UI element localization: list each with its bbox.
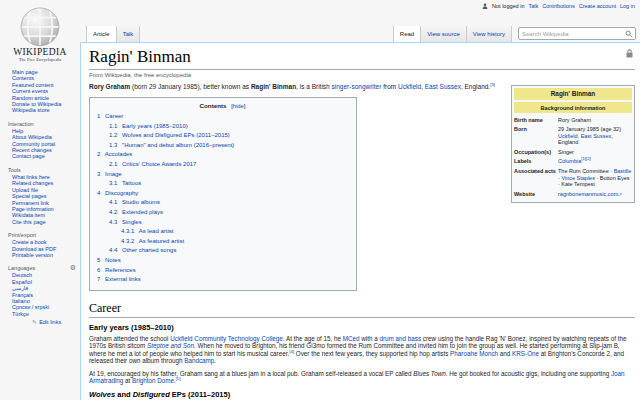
toc-entry-number: 4 [97,190,100,196]
toc-entry[interactable]: 4.3.2 As featured artist [121,237,348,247]
sidebar-section-items: Main pageContentsFeatured contentCurrent… [8,69,76,114]
inline-link[interactable]: Bastille [614,168,632,174]
infobox-row: Born 29 January 1985 (age 32) Uckfield, … [514,125,632,148]
infobox: Ragin' Binman Background information Bir… [511,85,635,203]
toc-entry[interactable]: 3.1 Tattoos [109,179,348,189]
inline-link[interactable]: Uckfield [398,83,421,90]
toc-entry[interactable]: 5 Notes [97,256,348,266]
content-header: Not logged inTalkContributionsCreate acc… [80,0,640,42]
page-tab[interactable]: Talk [116,26,141,42]
toc-entry[interactable]: 7 External links [97,275,348,285]
toc-entry[interactable]: 4.1 Studio albums [109,198,348,208]
wikipedia-globe-icon [19,5,61,47]
site-subtitle: From Wikipedia, the free encyclopedia [89,72,635,78]
inline-link[interactable]: Vince Staples [561,175,595,181]
toc-entry[interactable]: 4 Discography [97,189,348,199]
toc-entry[interactable]: 4.2 Extended plays [109,208,348,218]
infobox-title: Ragin' Binman [514,88,632,100]
toc-entry-number: 5 [97,257,100,263]
toc-entry[interactable]: 1.1 Early years (1985–2010) [109,122,348,132]
inline-link[interactable]: Pharoahe Monch [450,350,498,357]
infobox-row-value: The Rum Committee · Bastille · Vince Sta… [558,168,632,188]
inline-link[interactable]: Uckfield Community Technology College [170,335,283,342]
toc-entry[interactable]: 6 References [97,266,348,276]
toc-entry[interactable]: 4.4 Other charted songs [109,246,348,256]
page-tabs: ArticleTalk [86,26,140,42]
inline-link[interactable]: ragnbonemanmusic.com [558,191,618,197]
page-title: Ragin' Binman [89,47,635,70]
toc-entry[interactable]: 1.2 Wolves and Disfigured EPs (2011–2015… [109,131,348,141]
toc-entry[interactable]: 2.1 Critics' Choice Awards 2017 [109,160,348,170]
text-run: The Rum Committee · [558,168,614,174]
sidebar-section-header: Interaction [8,121,76,127]
sidebar-section-header: Languages ⚙ [8,265,76,271]
sidebar-item[interactable]: Contact page [8,153,76,159]
inline-link[interactable]: Uckfield [558,133,578,139]
inline-link[interactable]: KRS-One [512,350,539,357]
personal-bar-item[interactable]: Log in [620,3,635,9]
toc-entry[interactable]: 2 Accolades [97,150,348,160]
inline-link[interactable]: East Sussex [581,133,612,139]
toc-entry-number: 4.1 [109,199,117,205]
toc-entry[interactable]: 1.3 "Human" and debut album (2016–presen… [109,141,348,151]
inline-link[interactable]: [3] [490,82,495,87]
search-box [518,27,636,40]
inline-link[interactable]: Brighton Dome [132,377,174,384]
personal-bar-item[interactable]: Contributions [542,3,574,9]
toc-entry-number: 3 [97,171,100,177]
inline-link[interactable]: Steptoe and Son [147,342,194,349]
external-link-icon: ↗ [618,192,622,197]
view-tab[interactable]: View source [420,26,466,42]
inline-link[interactable]: Bandcamp [184,357,214,364]
text-run: . At the age of 15, he [283,335,343,342]
inline-link[interactable]: [1][2] [581,157,591,162]
article-body: Ragin' Binman From Wikipedia, the free e… [80,42,640,400]
inline-link[interactable]: drum and bass [379,335,421,342]
inline-link[interactable]: hide [233,103,244,109]
infobox-row-label: Labels [514,158,558,165]
sidebar-item[interactable]: Printable version [8,252,76,258]
text-run: and [115,390,133,399]
toc-hide-toggle[interactable]: [hide] [231,103,245,109]
inline-link[interactable]: singer-songwriter [332,83,382,90]
table-of-contents: Contents [hide] 1 Career 1.1 Early years… [89,97,357,291]
infobox-row: Website ragnbonemanmusic.com↗ [514,189,632,200]
text-run: Blues Town [413,370,445,377]
text-run: Disfigured [133,390,170,399]
sidebar-item[interactable]: Cite this page [8,219,76,225]
career-paragraph-2: At 19, encouraged by his father, Graham … [89,370,635,385]
subsection-heading-wolves-disfigured: Wolves and Disfigured EPs (2011–2015) [89,391,635,399]
text-run: from [381,83,398,90]
gear-icon[interactable]: ⚙ [70,265,76,271]
toc-entry-number: 2.1 [109,161,117,167]
padlock-icon[interactable] [626,49,633,58]
inline-link[interactable]: [5] [176,376,181,381]
view-tab[interactable]: Read [393,26,420,42]
edit-links[interactable]: ✎ Edit links [8,319,76,325]
inline-link[interactable]: East Sussex [425,83,461,90]
page-tab[interactable]: Article [86,26,116,42]
view-tab[interactable]: View history [466,26,512,42]
inline-link[interactable]: MCed [343,335,360,342]
sidebar-item[interactable]: Türkçe [8,311,76,317]
sidebar-item[interactable]: Wikipedia store [8,107,76,113]
toc-entry[interactable]: 4.3.1 As lead artist [121,227,348,237]
content-area: Not logged inTalkContributionsCreate acc… [80,0,640,400]
toc-entry[interactable]: 1 Career [97,112,348,122]
toc-entry[interactable]: 4.3 Singles [109,218,348,228]
wikipedia-logo[interactable]: WIKIPEDIA The Free Encyclopedia [0,0,80,63]
toc-entry[interactable]: 3 Image [97,170,348,180]
infobox-row: Labels Columbia[1][2] [514,157,632,167]
personal-bar-item[interactable]: Not logged in [492,3,524,9]
toc-entry-number: 4.3.2 [121,238,134,244]
toc-entry-label: Early years (1985–2010) [122,123,188,129]
text-run: Rory Graham [89,83,130,90]
personal-links: Not logged inTalkContributionsCreate acc… [492,3,635,9]
inline-link[interactable]: Columbia [558,158,581,164]
search-input[interactable] [519,31,625,37]
infobox-row-label: Website [514,191,558,199]
personal-bar-item[interactable]: Create account [579,3,616,9]
search-icon[interactable] [625,30,633,38]
text-run: Graham attended the school [89,335,170,342]
personal-bar-item[interactable]: Talk [528,3,538,9]
